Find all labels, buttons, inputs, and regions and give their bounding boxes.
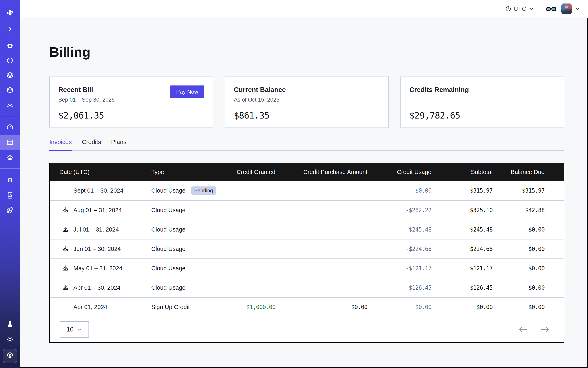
download-invoice-button[interactable] [62, 245, 69, 253]
credit-granted-value: $1,000.00 [219, 304, 275, 311]
dollar-badge-icon: $ [6, 351, 14, 360]
invoice-type: Cloud Usage [151, 187, 186, 194]
col-credit-purchase: Credit Purchase Amount [275, 169, 367, 175]
current-balance-card: Current Balance As of Oct 15, 2025 $861.… [225, 76, 389, 128]
chevron-down-icon[interactable] [575, 6, 580, 12]
download-invoice-button[interactable] [62, 284, 69, 291]
pay-now-button[interactable]: Pay Now [170, 85, 204, 98]
flask-icon [6, 321, 14, 329]
sidebar-item-getting-started[interactable] [0, 203, 20, 218]
credit-usage-value: $0.00 [367, 304, 431, 311]
sidebar-item-billing[interactable] [0, 135, 20, 150]
balance-due-value: $0.00 [493, 246, 544, 252]
billing-tabs: Invoices Credits Plans [49, 138, 564, 151]
balance-due-value: $0.00 [493, 304, 544, 311]
balance-due-value: $0.00 [493, 265, 544, 272]
col-date: Date (UTC) [50, 169, 151, 175]
svg-text:$: $ [9, 353, 11, 358]
credit-usage-value: -$126.45 [367, 284, 431, 291]
card-subtitle [409, 97, 555, 103]
book-sparkle-icon [6, 191, 14, 200]
table-row: Jun 01 – 30, 2024 Cloud Usage -$224.68 $… [50, 239, 564, 258]
invoice-period: Jul 01 – 31, 2024 [73, 226, 119, 233]
invoice-period: Aug 01 – 31, 2024 [73, 207, 122, 214]
sidebar: $ [0, 0, 20, 368]
invoice-period: Apr 01, 2024 [73, 304, 107, 311]
sidebar-item-kubernetes[interactable] [0, 173, 20, 188]
sidebar-item-expand[interactable] [0, 22, 20, 37]
subtotal-value: $126.45 [431, 284, 493, 291]
invoice-type: Cloud Usage [151, 207, 186, 214]
sidebar-item-labs[interactable] [0, 317, 20, 332]
sidebar-item-usage[interactable] [0, 119, 20, 135]
glasses-icon[interactable] [546, 6, 556, 12]
helm-wheel-icon [6, 177, 14, 185]
download-invoice-button[interactable] [62, 206, 69, 214]
credit-usage-value: -$224.68 [367, 246, 431, 252]
previous-page-button[interactable] [518, 326, 527, 333]
tab-invoices[interactable]: Invoices [49, 138, 72, 151]
subtotal-value: $121.17 [431, 265, 493, 272]
invoice-period: Sept 01 – 30, 2024 [73, 187, 123, 194]
gauge-icon [6, 123, 14, 131]
table-header: Date (UTC) Type Credit Granted Credit Pu… [50, 163, 564, 181]
sun-icon [6, 336, 14, 344]
download-icon [62, 206, 69, 214]
col-credit-granted: Credit Granted [219, 169, 275, 175]
invoice-period: May 01 – 31, 2024 [73, 265, 122, 272]
sidebar-item-sandbox[interactable] [0, 83, 20, 98]
credit-usage-value: -$282.22 [367, 207, 431, 214]
sidebar-item-history[interactable] [0, 53, 20, 69]
tab-credits[interactable]: Credits [82, 138, 101, 150]
asterisk-icon [6, 101, 14, 110]
page-size-value: 10 [66, 326, 73, 333]
sidebar-divider [0, 117, 20, 117]
main-content: Billing Recent Bill Sep 01 – Sep 30, 202… [49, 18, 564, 343]
credit-purchase-value: $0.00 [275, 304, 367, 311]
sidebar-item-services[interactable] [0, 98, 20, 113]
credits-remaining-card: Credits Remaining $29,782.65 [400, 76, 564, 128]
sidebar-item-layers[interactable] [0, 68, 20, 83]
billing-card-icon [6, 138, 14, 147]
recent-bill-amount: $2,061.35 [58, 110, 204, 120]
sidebar-item-docs[interactable] [0, 188, 20, 203]
summary-cards: Recent Bill Sep 01 – Sep 30, 2025 $2,061… [49, 76, 564, 128]
sidebar-item-home[interactable] [0, 5, 20, 21]
sidebar-divider [0, 168, 20, 169]
cube-icon [6, 86, 14, 95]
page-size-select[interactable]: 10 [60, 321, 89, 338]
avatar[interactable] [561, 3, 572, 14]
table-row: Jul 01 – 31, 2024 Cloud Usage -$245.48 $… [50, 220, 564, 239]
col-credit-usage: Credit Usage [367, 169, 431, 175]
next-page-button[interactable] [541, 326, 550, 333]
sidebar-item-observability[interactable] [0, 38, 20, 54]
download-icon [62, 245, 69, 253]
timezone-label: UTC [514, 5, 526, 12]
subtotal-value: $245.48 [431, 226, 493, 233]
credit-usage-value: -$121.17 [367, 265, 431, 272]
download-invoice-button[interactable] [62, 265, 69, 272]
download-icon [62, 284, 69, 291]
chevron-right-icon [6, 25, 14, 33]
tab-plans[interactable]: Plans [111, 138, 127, 150]
card-subtitle: As of Oct 15, 2025 [234, 97, 380, 103]
invoice-type: Sign Up Credit [151, 304, 190, 311]
table-row: Aug 01 – 31, 2024 Cloud Usage -$282.22 $… [50, 200, 564, 220]
sidebar-item-credits[interactable]: $ [3, 349, 17, 363]
invoice-type: Cloud Usage [151, 265, 186, 272]
sidebar-item-theme[interactable] [0, 332, 20, 348]
timezone-selector[interactable]: UTC [506, 5, 534, 12]
subtotal-value: $325.10 [431, 207, 493, 214]
credits-remaining-amount: $29,782.65 [409, 110, 555, 120]
logo-icon [6, 9, 14, 17]
clock-icon [506, 6, 511, 12]
download-invoice-button[interactable] [62, 226, 69, 233]
col-balance-due: Balance Due [493, 169, 544, 175]
sidebar-item-settings[interactable] [0, 150, 20, 166]
eye-spiral-icon [6, 42, 14, 50]
page-title: Billing [49, 44, 564, 60]
download-icon [62, 226, 69, 233]
recent-bill-card: Recent Bill Sep 01 – Sep 30, 2025 $2,061… [49, 76, 213, 128]
invoice-table-body: Sept 01 – 30, 2024 Cloud Usage Pending $… [50, 181, 564, 317]
table-row: Apr 01, 2024 Sign Up Credit $1,000.00 $0… [50, 297, 564, 317]
